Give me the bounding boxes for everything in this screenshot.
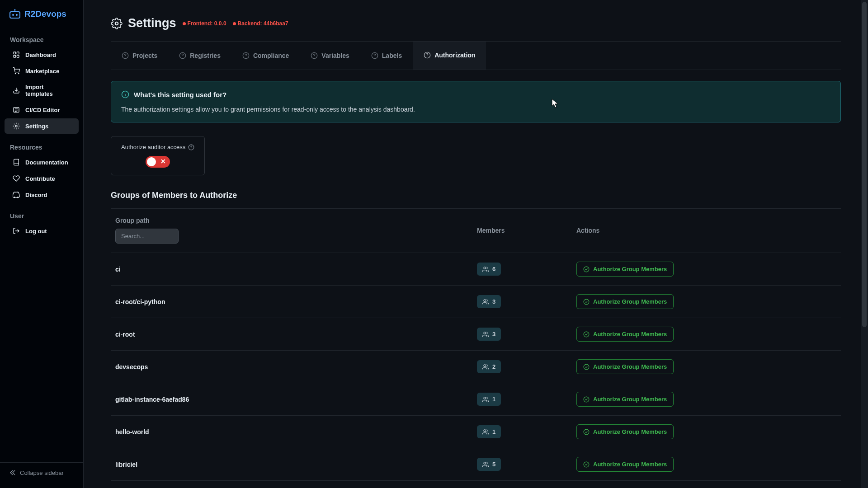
nav-item-label: Contribute: [25, 175, 55, 182]
svg-point-29: [584, 397, 589, 402]
tab-variables[interactable]: Variables: [300, 42, 360, 70]
sidebar-item-logout[interactable]: Log out: [5, 223, 79, 239]
svg-rect-4: [14, 52, 16, 54]
authorize-group-button[interactable]: Authorize Group Members: [576, 392, 674, 407]
users-icon: [482, 331, 489, 338]
svg-point-30: [484, 429, 486, 432]
members-count: 1: [492, 428, 495, 435]
table-row: my-organization1Authorize Group Members: [111, 481, 841, 488]
svg-point-32: [484, 462, 486, 464]
info-panel-title: What's this setting used for?: [121, 90, 830, 99]
book-icon: [13, 159, 20, 166]
users-icon: [482, 299, 489, 305]
authorize-button-label: Authorize Group Members: [593, 266, 667, 272]
settings-tabs: ProjectsRegistriesComplianceVariablesLab…: [111, 42, 841, 70]
svg-point-31: [584, 429, 589, 435]
group-search-input[interactable]: [115, 229, 179, 244]
sidebar-item-marketplace[interactable]: Marketplace: [5, 63, 79, 79]
vertical-scrollbar[interactable]: [861, 0, 868, 488]
table-row: ci-root/ci-python3Authorize Group Member…: [111, 286, 841, 318]
group-path-cell: devsecops: [115, 363, 477, 371]
group-path-cell: ci: [115, 266, 477, 273]
sidebar-item-cicd-editor[interactable]: CI/CD Editor: [5, 102, 79, 117]
svg-point-11: [15, 125, 17, 127]
authorize-button-label: Authorize Group Members: [593, 428, 667, 435]
heart-icon: [13, 175, 20, 182]
table-row: gitlab-instance-6aefad861Authorize Group…: [111, 383, 841, 416]
collapse-sidebar-button[interactable]: Collapse sidebar: [0, 462, 83, 483]
table-row: devsecops2Authorize Group Members: [111, 351, 841, 383]
dashboard-icon: [13, 51, 20, 58]
info-icon: [121, 90, 129, 99]
check-circle-icon: [583, 429, 590, 435]
members-count: 1: [492, 396, 495, 403]
nav-item-label: Log out: [25, 228, 47, 235]
tab-labels[interactable]: Labels: [360, 42, 413, 70]
page-header: Settings Frontend: 0.0.0 Backend: 44b6ba…: [111, 16, 841, 42]
table-row: ci6Authorize Group Members: [111, 253, 841, 286]
svg-point-21: [584, 267, 589, 272]
main-content: Settings Frontend: 0.0.0 Backend: 44b6ba…: [84, 0, 868, 488]
check-circle-icon: [583, 266, 590, 272]
authorize-group-button[interactable]: Authorize Group Members: [576, 294, 674, 309]
frontend-version: Frontend: 0.0.0: [183, 20, 226, 27]
group-path-cell: ci-root: [115, 331, 477, 338]
authorize-group-button[interactable]: Authorize Group Members: [576, 457, 674, 472]
authorize-button-label: Authorize Group Members: [593, 331, 667, 338]
auditor-access-toggle[interactable]: ✕: [146, 156, 170, 168]
members-badge: 3: [477, 328, 501, 341]
info-panel: What's this setting used for? The author…: [111, 81, 841, 122]
help-icon[interactable]: [188, 144, 194, 150]
users-icon: [482, 461, 489, 468]
members-count: 2: [492, 363, 495, 370]
tab-label: Registries: [190, 52, 221, 59]
nav-item-label: Settings: [25, 123, 48, 130]
members-count: 3: [492, 298, 495, 305]
check-circle-icon: [583, 299, 590, 305]
help-tab-icon: [242, 52, 250, 59]
sidebar-item-settings[interactable]: Settings: [5, 118, 79, 134]
auditor-access-box: Authorize auditor access ✕: [111, 136, 205, 175]
members-count: 3: [492, 331, 495, 338]
tab-registries[interactable]: Registries: [168, 42, 231, 70]
members-badge: 6: [477, 263, 501, 276]
authorize-group-button[interactable]: Authorize Group Members: [576, 424, 674, 439]
members-count: 5: [492, 461, 495, 468]
help-tab-icon: [179, 52, 186, 59]
authorize-button-label: Authorize Group Members: [593, 396, 667, 403]
gear-icon: [13, 122, 20, 130]
tab-compliance[interactable]: Compliance: [231, 42, 300, 70]
svg-point-20: [484, 267, 486, 269]
tab-projects[interactable]: Projects: [111, 42, 168, 70]
toggle-x-icon: ✕: [160, 158, 166, 165]
scrollbar-thumb[interactable]: [862, 2, 867, 327]
nav-section-title: User: [0, 203, 83, 222]
nav-section-title: Resources: [0, 135, 83, 154]
groups-table-header: Group path Members Actions: [111, 209, 841, 253]
sidebar-item-discord[interactable]: Discord: [5, 187, 79, 202]
members-badge: 5: [477, 458, 501, 471]
members-count: 6: [492, 266, 495, 272]
r2devops-logo-icon: [9, 9, 21, 19]
authorize-group-button[interactable]: Authorize Group Members: [576, 262, 674, 277]
sidebar-item-import-templates[interactable]: Import templates: [5, 80, 79, 101]
brand-logo[interactable]: R2Devops: [0, 5, 83, 27]
page-title: Settings: [111, 16, 176, 30]
discord-icon: [13, 191, 20, 198]
groups-section-title: Groups of Members to Authorize: [111, 191, 841, 209]
page-title-text: Settings: [128, 16, 176, 30]
gear-icon: [111, 18, 123, 29]
authorize-group-button[interactable]: Authorize Group Members: [576, 359, 674, 374]
svg-point-26: [484, 364, 486, 366]
sidebar-item-documentation[interactable]: Documentation: [5, 155, 79, 170]
svg-rect-5: [17, 52, 19, 54]
check-circle-icon: [583, 396, 590, 403]
download-icon: [13, 87, 20, 94]
nav-item-label: CI/CD Editor: [25, 107, 60, 113]
sidebar-item-contribute[interactable]: Contribute: [5, 171, 79, 186]
authorize-group-button[interactable]: Authorize Group Members: [576, 327, 674, 342]
tab-label: Variables: [321, 52, 349, 59]
tab-authorization[interactable]: Authorization: [413, 42, 486, 70]
svg-rect-0: [10, 12, 20, 18]
sidebar-item-dashboard[interactable]: Dashboard: [5, 47, 79, 62]
